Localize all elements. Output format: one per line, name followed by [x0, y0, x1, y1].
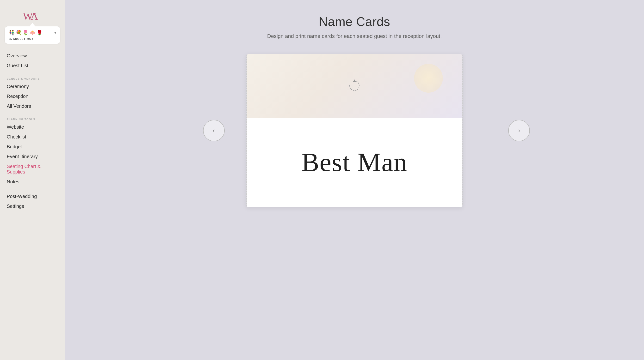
sidebar-item-budget[interactable]: Budget — [0, 142, 65, 152]
sidebar-item-guest-list[interactable]: Guest List — [0, 61, 65, 71]
emoji-couple: 👫 — [9, 30, 15, 35]
venues-vendors-label: VENUES & VENDORS — [0, 73, 65, 82]
wedding-dropdown-icon[interactable]: ▾ — [54, 30, 56, 35]
next-card-button[interactable]: › — [508, 120, 530, 141]
prev-icon: ‹ — [213, 127, 215, 134]
sidebar-item-reception[interactable]: Reception — [0, 91, 65, 101]
emoji-rose: 🌹 — [36, 30, 42, 35]
card-bottom-half: Best Man — [247, 118, 462, 207]
page-title: Name Cards — [319, 14, 390, 29]
page-subtitle: Design and print name cards for each sea… — [267, 33, 442, 39]
sidebar-item-ceremony[interactable]: Ceremony — [0, 82, 65, 91]
emoji-lotus: 🪷 — [30, 30, 36, 35]
sidebar-item-checklist[interactable]: Checklist — [0, 132, 65, 142]
next-icon: › — [518, 127, 520, 134]
wedding-date: 25 AUGUST 2024 — [9, 37, 56, 40]
card-decoration — [414, 64, 443, 93]
wedding-card[interactable]: 👫 💐 🌷 🪷 🌹 ▾ 25 AUGUST 2024 — [5, 26, 60, 44]
sidebar-item-post-wedding[interactable]: Post-Wedding — [0, 191, 65, 201]
svg-text:A: A — [30, 10, 38, 22]
card-name-text: Best Man — [302, 147, 408, 178]
nav-top-group: Overview Guest List — [0, 48, 65, 73]
sidebar-item-notes[interactable]: Notes — [0, 177, 65, 187]
sidebar-item-overview[interactable]: Overview — [0, 51, 65, 61]
nav-section-planning: PLANNING TOOLS Website Checklist Budget … — [0, 114, 65, 189]
sidebar-item-website[interactable]: Website — [0, 122, 65, 132]
main-content: Name Cards Design and print name cards f… — [65, 0, 644, 360]
wedding-card-top: 👫 💐 🌷 🪷 🌹 ▾ — [9, 30, 56, 35]
name-card: Best Man — [246, 54, 462, 207]
emoji-bouquet: 💐 — [16, 30, 22, 35]
card-top-half — [247, 54, 462, 118]
emoji-tulip: 🌷 — [22, 30, 28, 35]
card-peak — [30, 23, 35, 26]
logo-icon: W A — [23, 9, 42, 22]
sidebar-item-settings[interactable]: Settings — [0, 201, 65, 211]
sidebar-item-all-vendors[interactable]: All Vendors — [0, 101, 65, 111]
emoji-row: 👫 💐 🌷 🪷 🌹 — [9, 30, 53, 35]
svg-marker-4 — [353, 79, 356, 82]
rotate-icon[interactable] — [347, 78, 362, 94]
nav-section-venues: VENUES & VENDORS Ceremony Reception All … — [0, 73, 65, 114]
card-viewer: ‹ Best Man › — [246, 54, 462, 207]
nav-bottom-group: Post-Wedding Settings — [0, 189, 65, 214]
sidebar-item-seating-chart[interactable]: Seating Chart & Supplies — [0, 162, 65, 177]
sidebar: W A 👫 💐 🌷 🪷 🌹 ▾ 25 AUGUST 2024 Overview … — [0, 0, 65, 360]
sidebar-item-event-itinerary[interactable]: Event Itinerary — [0, 152, 65, 162]
svg-point-5 — [349, 85, 350, 86]
prev-card-button[interactable]: ‹ — [203, 120, 225, 141]
planning-tools-label: PLANNING TOOLS — [0, 114, 65, 122]
